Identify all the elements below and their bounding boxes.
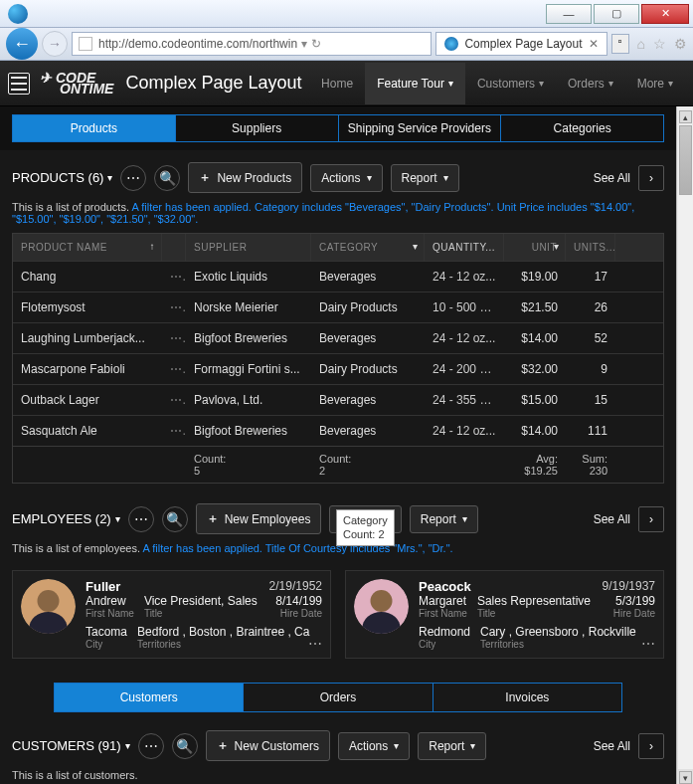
new-tab-button[interactable]: ▫ — [611, 34, 629, 54]
avatar — [21, 579, 76, 634]
actions-button[interactable]: Actions▾ — [338, 732, 410, 760]
site-icon — [79, 37, 92, 51]
svg-point-4 — [371, 590, 393, 612]
forward-button[interactable]: → — [42, 31, 68, 57]
see-all-employees[interactable]: See All› — [594, 506, 664, 532]
tab-invoices[interactable]: Invoices — [433, 684, 621, 711]
table-row[interactable]: Chang⋯Exotic LiquidsBeverages24 - 12 oz.… — [13, 261, 663, 292]
th-unit-price[interactable]: UNIT▾ — [504, 234, 566, 261]
tab-orders[interactable]: Orders — [244, 684, 433, 711]
vertical-scrollbar[interactable]: ▴ ▾ — [676, 106, 693, 784]
scroll-up-icon[interactable]: ▴ — [679, 110, 692, 123]
chevron-right-icon: › — [638, 165, 664, 191]
browser-tab[interactable]: Complex Page Layout ✕ — [435, 32, 606, 56]
see-all-products[interactable]: See All› — [594, 165, 664, 191]
row-menu-icon[interactable]: ⋯ — [162, 293, 186, 322]
close-button[interactable]: ✕ — [641, 4, 689, 24]
chevron-right-icon: › — [638, 506, 664, 532]
report-button[interactable]: Report▾ — [391, 164, 459, 192]
nav-more[interactable]: More▾ — [625, 63, 685, 104]
employee-card[interactable]: Peacock9/19/1937MargaretFirst NameSales … — [345, 570, 664, 659]
card-menu-icon[interactable]: ⋯ — [308, 636, 322, 652]
tab-title: Complex Page Layout — [464, 37, 582, 51]
see-all-customers[interactable]: See All› — [594, 733, 664, 759]
row-menu-icon[interactable]: ⋯ — [162, 323, 186, 353]
tooltip: CategoryCount: 2 — [336, 509, 395, 546]
employees-intro: This is a list of employees. — [12, 542, 142, 554]
nav-feature-tour[interactable]: Feature Tour▾ — [365, 63, 465, 104]
filter-icon: ▾ — [554, 241, 560, 252]
products-table: PRODUCT NAME↑ SUPPLIER CATEGORY▾ QUANTIT… — [12, 233, 664, 484]
report-button[interactable]: Report▾ — [410, 505, 478, 533]
new-products-button[interactable]: ＋New Products — [188, 162, 302, 193]
table-footer: Count:5 Count:2 Avg:$19.25 Sum:230 — [13, 446, 663, 483]
url-text: http://demo.codeontime.com/northwin — [98, 37, 297, 51]
refresh-icon[interactable]: ↻ — [311, 37, 321, 51]
minimize-button[interactable]: — — [546, 4, 592, 24]
search-icon[interactable]: 🔍 — [172, 733, 198, 759]
table-row[interactable]: Flotemysost⋯Norske MeierierDairy Product… — [13, 292, 663, 322]
nav-home[interactable]: Home — [309, 63, 365, 104]
row-menu-icon[interactable]: ⋯ — [162, 385, 186, 415]
table-row[interactable]: Laughing Lumberjack...⋯Bigfoot Breweries… — [13, 322, 663, 353]
filter-icon: ▾ — [413, 241, 419, 252]
tab-close-icon[interactable]: ✕ — [589, 37, 599, 51]
search-icon[interactable]: 🔍 — [162, 506, 188, 532]
more-icon[interactable]: ⋯ — [120, 165, 146, 191]
nav-orders[interactable]: Orders▾ — [556, 63, 625, 104]
url-dropdown-icon[interactable]: ▾ — [301, 37, 307, 51]
scroll-down-icon[interactable]: ▾ — [679, 771, 692, 784]
logo: ✈ CODE ONTIME — [40, 71, 113, 96]
employee-card[interactable]: Fuller2/19/1952AndrewFirst NameVice Pres… — [12, 570, 331, 659]
tab-customers[interactable]: Customers — [55, 684, 244, 711]
tab-suppliers[interactable]: Suppliers — [176, 115, 339, 141]
employees-filter-link[interactable]: A filter has been applied. Title Of Cour… — [142, 542, 452, 554]
products-intro: This is a list of products. — [12, 201, 131, 213]
th-supplier[interactable]: SUPPLIER — [186, 234, 311, 261]
scroll-thumb[interactable] — [679, 125, 692, 195]
customers-heading[interactable]: CUSTOMERS (91)▾ — [12, 738, 130, 753]
table-row[interactable]: Outback Lager⋯Pavlova, Ltd.Beverages24 -… — [13, 384, 663, 415]
new-customers-button[interactable]: ＋New Customers — [206, 730, 330, 761]
tab-shipping[interactable]: Shipping Service Providers — [339, 115, 502, 141]
report-button[interactable]: Report▾ — [418, 732, 486, 760]
employees-heading[interactable]: EMPLOYEES (2)▾ — [12, 511, 120, 526]
tab-products[interactable]: Products — [13, 115, 176, 141]
table-header: PRODUCT NAME↑ SUPPLIER CATEGORY▾ QUANTIT… — [13, 234, 663, 261]
tab-categories[interactable]: Categories — [501, 115, 663, 141]
home-icon[interactable]: ⌂ — [637, 36, 645, 52]
ie-icon — [8, 4, 28, 24]
nav-customers[interactable]: Customers▾ — [465, 63, 556, 104]
row-menu-icon[interactable]: ⋯ — [162, 262, 186, 292]
maximize-button[interactable]: ▢ — [594, 4, 639, 24]
actions-button[interactable]: Actions▾ — [310, 164, 382, 192]
menu-icon[interactable] — [8, 73, 30, 95]
favorites-icon[interactable]: ☆ — [653, 36, 666, 52]
search-icon[interactable]: 🔍 — [154, 165, 180, 191]
back-button[interactable]: ← — [6, 28, 38, 60]
th-quantity[interactable]: QUANTITY... — [425, 234, 504, 261]
th-category[interactable]: CATEGORY▾ — [311, 234, 425, 261]
svg-point-1 — [38, 590, 60, 612]
row-menu-icon[interactable]: ⋯ — [162, 416, 186, 446]
page-title: Complex Page Layout — [125, 73, 301, 94]
th-units[interactable]: UNITS... — [566, 234, 615, 261]
sort-icon: ↑ — [150, 241, 156, 252]
settings-gear-icon[interactable]: ⚙ — [674, 36, 687, 52]
chevron-right-icon: › — [638, 733, 664, 759]
th-product-name[interactable]: PRODUCT NAME↑ — [13, 234, 162, 261]
table-row[interactable]: Sasquatch Ale⋯Bigfoot BreweriesBeverages… — [13, 415, 663, 446]
products-heading[interactable]: PRODUCTS (6)▾ — [12, 170, 112, 185]
url-input[interactable]: http://demo.codeontime.com/northwin ▾ ↻ — [72, 32, 432, 56]
table-row[interactable]: Mascarpone Fabioli⋯Formaggi Fortini s...… — [13, 353, 663, 384]
avatar — [354, 579, 409, 634]
more-icon[interactable]: ⋯ — [138, 733, 164, 759]
row-menu-icon[interactable]: ⋯ — [162, 354, 186, 384]
new-employees-button[interactable]: ＋New Employees — [196, 503, 322, 534]
card-menu-icon[interactable]: ⋯ — [641, 636, 655, 652]
customers-intro: This is a list of customers. — [12, 769, 138, 781]
more-icon[interactable]: ⋯ — [128, 506, 154, 532]
favicon-icon — [444, 37, 458, 51]
